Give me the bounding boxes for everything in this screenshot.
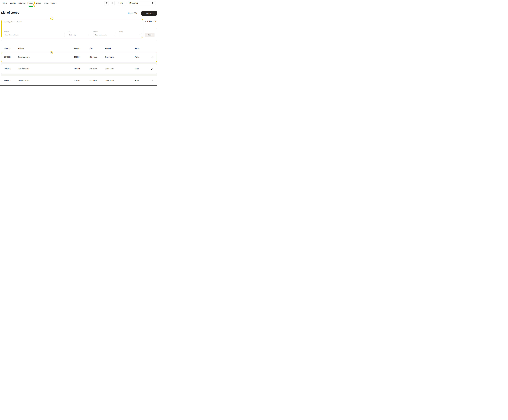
nav-item-label: Schedules (18, 2, 26, 4)
cell-store-id: 2146829 (4, 79, 18, 81)
my-account-label: My account (129, 2, 138, 4)
cell-status: Active (134, 68, 151, 70)
cell-store-id: 2146860 (4, 56, 18, 58)
nav-item-label: Orders (36, 2, 41, 4)
status-filter-label: Status (119, 31, 123, 32)
column-header-network: Network (105, 47, 134, 49)
nav-item-more[interactable]: More (51, 0, 57, 6)
search-input[interactable] (1, 20, 48, 24)
edit-note-icon (105, 2, 108, 4)
cell-city: City name (90, 68, 105, 70)
export-csv-label: Export CSV (147, 20, 156, 22)
active-tab-underline (29, 6, 33, 7)
person-icon (152, 2, 154, 4)
my-account-button[interactable]: My account (128, 1, 156, 5)
nav-item-schedules[interactable]: Schedules (18, 0, 26, 6)
nav-item-label: More (51, 2, 55, 4)
create-store-button[interactable]: Create store (141, 11, 157, 16)
cell-place-id: 1234567 (74, 56, 90, 58)
city-filter-label: City (68, 31, 70, 32)
top-nav: Pickers Catalog Schedules Shops 1 Orders… (0, 0, 157, 6)
bottom-crop-strip (0, 85, 157, 86)
nav-item-label: Catalog (10, 2, 15, 4)
cell-store-id: 2146839 (4, 68, 18, 70)
address-filter-label: Address (4, 31, 9, 32)
column-header-place-id: Place ID (74, 47, 90, 49)
caret-down-icon (88, 34, 90, 36)
export-csv-button[interactable]: Export CSV (144, 20, 156, 22)
cell-address: Store Address 3 (18, 79, 74, 81)
network-filter-placeholder: Enter chain name (95, 34, 107, 36)
info-button[interactable] (110, 1, 115, 5)
city-filter-select[interactable]: Enter city (68, 33, 90, 37)
column-header-store-id: Store ID (4, 47, 18, 49)
annotation-marker-1: 1 (33, 4, 36, 7)
table-header-row: Store ID Address Place ID City Network S… (1, 45, 157, 52)
caret-down-icon (139, 34, 141, 36)
nav-item-orders[interactable]: Orders (36, 0, 41, 6)
chevron-down-icon (55, 2, 57, 4)
edit-store-button[interactable] (151, 68, 153, 70)
caret-down-icon (113, 34, 115, 36)
network-filter-label: Network (93, 31, 98, 32)
import-csv-button[interactable]: Import CSV (128, 12, 137, 14)
nav-item-label: Shops (29, 2, 33, 4)
nav-item-shops[interactable]: Shops 1 (29, 0, 33, 6)
cell-status: Active (135, 56, 151, 58)
column-header-city: City (90, 47, 105, 49)
column-header-address: Address (18, 47, 74, 49)
cell-city: City name (90, 79, 105, 81)
cell-place-id: 1234569 (74, 79, 90, 81)
cell-network: Brand name (105, 56, 135, 58)
edit-store-button[interactable] (151, 79, 153, 82)
stores-table: Store ID Address Place ID City Network S… (1, 45, 157, 86)
status-filter-select[interactable] (119, 33, 142, 37)
table-row[interactable]: 2146860 Store Address 1 1234567 City nam… (1, 52, 157, 62)
chevron-down-icon (123, 2, 125, 4)
cell-network: Brand name (105, 68, 134, 70)
language-label: EN (120, 2, 123, 4)
nav-item-catalog[interactable]: Catalog (10, 0, 15, 6)
nav-item-label: Pickers (2, 2, 7, 4)
nav-item-label: Users (44, 2, 48, 4)
globe-icon (118, 2, 120, 4)
cell-address: Store Address 2 (18, 68, 74, 70)
top-nav-actions: EN My account (104, 1, 156, 5)
address-filter-input[interactable] (4, 33, 65, 37)
table-row[interactable]: 2146829 Store Address 3 1234569 City nam… (1, 76, 157, 85)
pencil-icon (151, 56, 153, 58)
filters-panel: Address City Enter city Network Enter ch… (1, 28, 157, 41)
annotation-marker-2: 2 (50, 17, 53, 20)
cell-status: Active (134, 79, 151, 81)
table-row[interactable]: 2146839 Store Address 2 1234568 City nam… (1, 64, 157, 74)
network-filter-select[interactable]: Enter chain name (93, 33, 116, 37)
pencil-icon (151, 79, 153, 82)
clear-filters-button[interactable]: Clear (145, 33, 155, 37)
cell-network: Brand name (105, 79, 134, 81)
upload-icon (144, 21, 146, 22)
page-title: List of stores (1, 11, 19, 14)
edit-store-button[interactable] (151, 56, 154, 59)
main-navigation: Pickers Catalog Schedules Shops 1 Orders… (2, 0, 57, 6)
info-icon (111, 2, 113, 4)
column-header-status: Status (134, 47, 151, 49)
cell-city: City name (90, 56, 105, 58)
compose-button[interactable] (104, 1, 109, 5)
pencil-icon (151, 68, 153, 70)
nav-item-users[interactable]: Users (44, 0, 48, 6)
cell-address: Store Address 1 (18, 56, 74, 58)
nav-item-pickers[interactable]: Pickers (2, 0, 7, 6)
cell-place-id: 1234568 (74, 68, 90, 70)
language-selector[interactable]: EN (116, 1, 126, 5)
city-filter-placeholder: Enter city (69, 34, 76, 36)
